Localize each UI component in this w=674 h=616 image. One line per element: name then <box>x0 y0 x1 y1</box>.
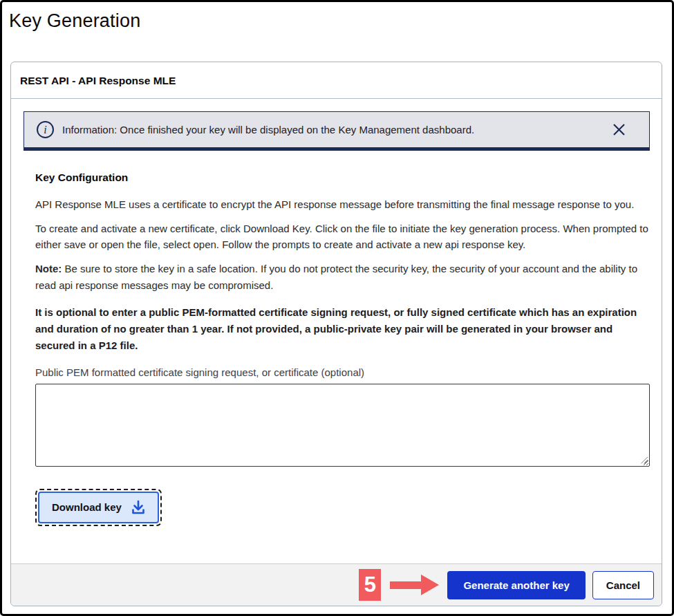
note-paragraph: Note: Be sure to store the key in a safe… <box>35 261 650 293</box>
arrow-shaft <box>390 581 421 589</box>
arrow-right-annotation <box>390 575 439 595</box>
card-body: i Information: Once finished your key wi… <box>11 99 662 526</box>
close-icon <box>612 122 626 137</box>
step-number-badge: 5 <box>359 569 381 601</box>
key-configuration-section: Key Configuration API Response MLE uses … <box>24 151 650 526</box>
pem-textarea-label: Public PEM formatted certificate signing… <box>35 366 650 378</box>
note-text: Be sure to store the key in a safe locat… <box>35 263 637 291</box>
download-key-label: Download key <box>52 501 122 513</box>
info-banner: i Information: Once finished your key wi… <box>24 111 650 151</box>
section-heading: Key Configuration <box>35 171 650 184</box>
optional-paragraph: It is optional to enter a public PEM-for… <box>35 304 650 353</box>
card-header-label: REST API - API Response MLE <box>20 75 176 86</box>
pem-textarea-wrap <box>35 384 650 467</box>
key-generation-page: Key Generation REST API - API Response M… <box>0 0 674 616</box>
pem-certificate-input[interactable] <box>35 384 650 467</box>
download-icon <box>130 499 147 516</box>
intro-paragraph: API Response MLE uses a certificate to e… <box>35 196 650 213</box>
download-key-focus-ring: Download key <box>35 489 162 526</box>
page-title: Key Generation <box>2 2 672 32</box>
download-key-button[interactable]: Download key <box>38 492 159 523</box>
instructions-paragraph: To create and activate a new certificate… <box>35 221 650 253</box>
key-generation-card: REST API - API Response MLE i Informatio… <box>10 62 662 606</box>
card-footer: 5 Generate another key Cancel <box>11 563 662 606</box>
card-header: REST API - API Response MLE <box>11 62 662 99</box>
generate-another-key-button[interactable]: Generate another key <box>447 571 585 599</box>
note-label: Note: <box>35 263 62 274</box>
info-icon: i <box>37 121 54 138</box>
arrow-head <box>421 575 439 595</box>
info-banner-text: Information: Once finished your key will… <box>62 124 474 136</box>
banner-close-button[interactable] <box>610 121 628 138</box>
cancel-button[interactable]: Cancel <box>592 571 654 599</box>
